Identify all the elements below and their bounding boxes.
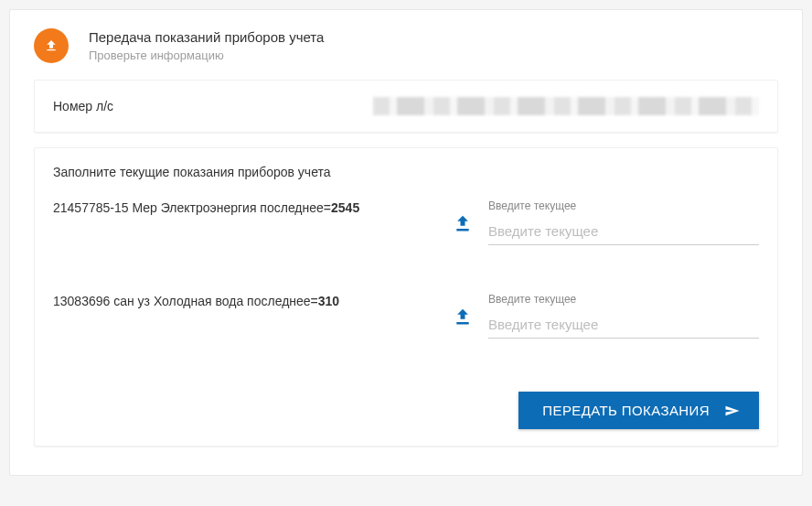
upload-icon [437,293,488,339]
meter-last-value: 310 [318,294,339,308]
meter-description: 13083696 сан уз Холодная вода последнее=… [53,293,437,339]
meter-last-value: 2545 [331,200,359,215]
upload-icon [437,199,488,245]
meter-reading-input-cold-water[interactable] [488,311,759,339]
meter-row-cold-water: 13083696 сан уз Холодная вода последнее=… [53,293,759,366]
page-title: Передача показаний приборов учета [89,29,324,45]
upload-icon [34,28,69,63]
header-texts: Передача показаний приборов учета Провер… [89,28,324,62]
input-label: Введите текущее [488,293,759,306]
account-number-label: Номер л/с [53,99,373,113]
button-row: ПЕРЕДАТЬ ПОКАЗАНИЯ [53,386,759,429]
meters-card-title: Заполните текущие показания приборов уче… [53,165,759,179]
account-card: Номер л/с [34,80,778,133]
account-number-value-redacted [373,97,759,115]
meter-prefix: 13083696 сан уз Холодная вода последнее= [53,294,318,308]
meter-description: 21457785-15 Мер Электроэнергия последнее… [53,199,437,245]
account-row: Номер л/с [53,97,759,115]
submit-button-label: ПЕРЕДАТЬ ПОКАЗАНИЯ [542,403,710,418]
meter-input-group: Введите текущее [488,293,759,339]
input-label: Введите текущее [488,199,759,212]
meter-reading-input-electricity[interactable] [488,218,759,245]
send-icon [724,404,741,417]
page-subtitle: Проверьте информацию [89,48,324,62]
meter-row-electricity: 21457785-15 Мер Электроэнергия последнее… [53,199,759,273]
meter-prefix: 21457785-15 Мер Электроэнергия последнее… [53,200,331,215]
meter-input-group: Введите текущее [488,199,759,245]
submit-readings-button[interactable]: ПЕРЕДАТЬ ПОКАЗАНИЯ [518,392,759,429]
meters-card: Заполните текущие показания приборов уче… [34,147,778,447]
header-row: Передача показаний приборов учета Провер… [19,19,793,80]
main-panel: Передача показаний приборов учета Провер… [9,9,803,476]
